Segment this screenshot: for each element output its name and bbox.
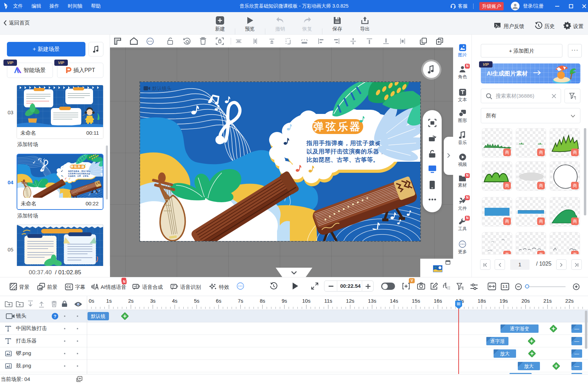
svg-text:比如琵琶、古琴、古筝等。: 比如琵琶、古琴、古筝等。 — [306, 157, 379, 163]
svg-text:弹弦乐器: 弹弦乐器 — [313, 121, 362, 132]
svg-text:?: ? — [54, 314, 56, 319]
svg-text:以及用琴扞击弦演奏的乐器，: 以及用琴扞击弦演奏的乐器， — [306, 148, 385, 155]
